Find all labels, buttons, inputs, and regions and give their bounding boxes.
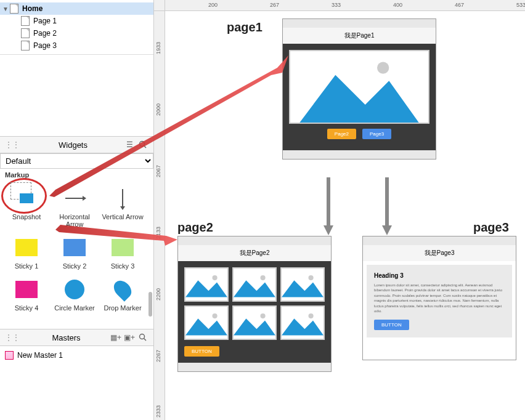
- flow-arrow-icon: [322, 177, 335, 236]
- widgets-search-icon[interactable]: [137, 139, 149, 150]
- mockup-page2[interactable]: 我是Page2 BUTTON: [177, 236, 332, 372]
- ruler-horizontal: 200 267 333 400 467 533: [165, 0, 525, 11]
- widgets-title: Widgets: [25, 140, 121, 150]
- page-icon: [21, 16, 30, 26]
- widget-sticky-2[interactable]: Sticky 2: [51, 235, 99, 270]
- svg-line-1: [144, 146, 147, 148]
- svg-point-6: [213, 275, 218, 280]
- svg-point-8: [260, 275, 265, 280]
- snapshot-icon: [14, 186, 39, 211]
- mockup-page3[interactable]: 我是Page3 Heading 3 Lorem ipsum dolor sit …: [362, 236, 516, 360]
- image-placeholder: [289, 50, 429, 124]
- tree-root-label: Home: [22, 4, 43, 13]
- mockup-title: 我是Page3: [363, 245, 516, 261]
- pages-tree: ▼ Home Page 1 Page 2 Page 3: [0, 0, 153, 55]
- horizontal-arrow-icon: [62, 186, 87, 211]
- mockup-window-header: [283, 19, 436, 28]
- svg-marker-7: [185, 280, 227, 297]
- tree-root-home[interactable]: ▼ Home: [0, 2, 153, 15]
- vertical-arrow-icon: [110, 186, 135, 211]
- mockup-button[interactable]: BUTTON: [184, 346, 219, 357]
- flow-arrow-icon: [381, 177, 393, 236]
- image-grid: [184, 267, 325, 340]
- masters-list: New Master 1: [0, 346, 153, 420]
- canvas-content[interactable]: page1 page2 page3 我是Page1 Page2 Page3 我是…: [165, 11, 525, 420]
- masters-folder-icon[interactable]: ▣+: [124, 332, 135, 343]
- scrollbar-thumb[interactable]: [149, 292, 152, 317]
- grip-icon[interactable]: ⋮⋮: [5, 140, 20, 149]
- svg-line-3: [144, 339, 147, 341]
- masters-add-icon[interactable]: ▦+: [110, 332, 121, 343]
- svg-marker-21: [382, 225, 392, 235]
- mockup-title: 我是Page2: [178, 245, 331, 261]
- tree-page-1[interactable]: Page 1: [0, 15, 153, 27]
- mockup-btn-page3[interactable]: Page3: [362, 129, 391, 139]
- widget-horizontal-arrow[interactable]: Horizontal Arrow: [51, 186, 99, 228]
- mockup-body-text: Lorem ipsum dolor sit amet, consectetur …: [374, 283, 505, 313]
- grip-icon[interactable]: ⋮⋮: [5, 333, 20, 342]
- ruler-vertical: 1933 2000 2067 2133 2200 2267 2333: [154, 11, 165, 420]
- svg-point-10: [308, 275, 313, 280]
- widgets-scroll[interactable]: Markup Snapshot Horizontal Arrow Vertica…: [0, 169, 153, 329]
- widget-sticky-1[interactable]: Sticky 1: [2, 235, 51, 270]
- tree-page-2[interactable]: Page 2: [0, 27, 153, 39]
- widgets-menu-icon[interactable]: ☰: [124, 139, 135, 150]
- left-panel: ▼ Home Page 1 Page 2 Page 3 ⋮⋮ Widgets ☰: [0, 0, 154, 420]
- masters-title: Masters: [25, 333, 108, 342]
- canvas-label-page2: page2: [177, 220, 213, 235]
- svg-marker-5: [299, 75, 418, 123]
- svg-marker-13: [185, 318, 227, 335]
- widget-sticky-4[interactable]: Sticky 4: [2, 277, 51, 312]
- svg-point-4: [377, 62, 389, 73]
- image-placeholder: [184, 305, 229, 340]
- tree-label: Page 3: [33, 41, 57, 50]
- tree-label: Page 1: [33, 17, 57, 25]
- image-placeholder: [280, 305, 325, 340]
- ruler-corner: [154, 0, 165, 11]
- svg-point-0: [140, 142, 145, 147]
- image-placeholder: [232, 305, 277, 340]
- canvas-label-page1: page1: [227, 20, 262, 34]
- mockup-window-header: [363, 236, 516, 245]
- tree-label: Page 2: [33, 29, 57, 38]
- mockup-btn-page2[interactable]: Page2: [327, 129, 356, 139]
- mockup-page1[interactable]: 我是Page1 Page2 Page3: [282, 18, 436, 160]
- mockup-button[interactable]: BUTTON: [374, 320, 409, 330]
- widget-circle-marker[interactable]: Circle Marker: [51, 277, 99, 312]
- page-icon: [21, 41, 30, 50]
- svg-marker-15: [234, 318, 275, 335]
- widget-vertical-arrow[interactable]: Vertical Arrow: [99, 186, 147, 228]
- masters-search-icon[interactable]: [137, 332, 149, 343]
- svg-marker-19: [324, 225, 333, 235]
- svg-point-16: [308, 313, 313, 318]
- image-placeholder: [280, 267, 325, 302]
- canvas-label-page3: page3: [473, 220, 509, 235]
- widget-section: Markup: [0, 169, 153, 181]
- svg-marker-9: [234, 280, 275, 297]
- page-icon: [21, 28, 30, 38]
- image-placeholder: [232, 267, 277, 302]
- mockup-title: 我是Page1: [283, 28, 436, 44]
- svg-point-14: [260, 313, 265, 318]
- mockup-window-header: [178, 236, 331, 245]
- masters-panel-header: ⋮⋮ Masters ▦+ ▣+: [0, 329, 153, 346]
- sticky-blue-icon: [62, 235, 87, 260]
- canvas[interactable]: 200 267 333 400 467 533 1933 2000 2067 2…: [154, 0, 525, 420]
- widget-snapshot[interactable]: Snapshot: [2, 186, 51, 228]
- widgets-panel-header: ⋮⋮ Widgets ☰: [0, 136, 153, 153]
- tree-page-3[interactable]: Page 3: [0, 39, 153, 52]
- widget-drop-marker[interactable]: Drop Marker: [99, 277, 147, 312]
- sticky-green-icon: [110, 235, 135, 260]
- sticky-pink-icon: [14, 277, 39, 302]
- master-label: New Master 1: [17, 351, 63, 360]
- mockup-heading: Heading 3: [374, 272, 505, 279]
- widget-sticky-3[interactable]: Sticky 3: [99, 235, 147, 270]
- svg-marker-11: [282, 280, 324, 297]
- circle-marker-icon: [62, 277, 87, 302]
- master-item[interactable]: New Master 1: [5, 350, 149, 361]
- image-placeholder: [184, 267, 229, 302]
- svg-point-12: [213, 313, 218, 318]
- sticky-yellow-icon: [14, 235, 39, 260]
- widget-library-select[interactable]: Default: [0, 153, 153, 169]
- collapse-icon[interactable]: ▼: [2, 6, 10, 12]
